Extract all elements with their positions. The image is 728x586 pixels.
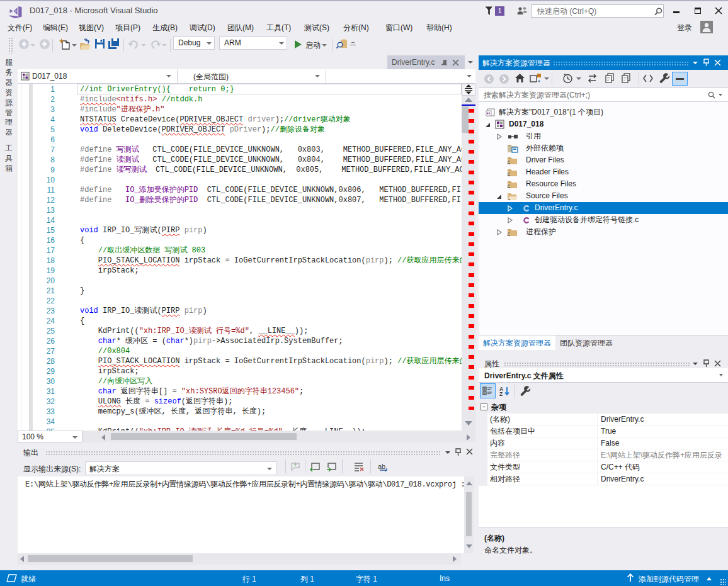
svg-text:Z: Z [499,391,503,397]
svg-text:ab: ab [378,463,385,470]
